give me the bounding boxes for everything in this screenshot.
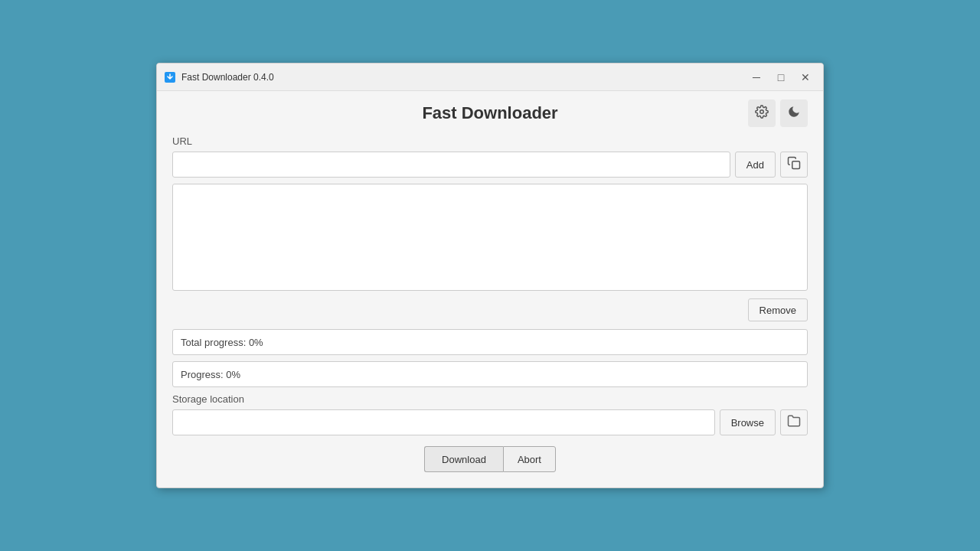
clipboard-button[interactable]: [780, 152, 808, 178]
url-label: URL: [172, 135, 808, 147]
storage-label: Storage location: [172, 393, 808, 405]
svg-rect-2: [792, 161, 800, 169]
url-list[interactable]: [172, 184, 808, 291]
app-window: Fast Downloader 0.4.0 ─ □ ✕ Fast Downloa…: [156, 63, 824, 488]
svg-point-1: [760, 110, 764, 114]
titlebar: Fast Downloader 0.4.0 ─ □ ✕: [157, 64, 823, 91]
window-controls: ─ □ ✕: [745, 67, 817, 87]
app-icon: [163, 70, 177, 84]
titlebar-title: Fast Downloader 0.4.0: [181, 72, 745, 83]
url-section: URL Add: [172, 135, 808, 298]
app-title: Fast Downloader: [422, 103, 557, 123]
folder-button[interactable]: [780, 409, 808, 435]
url-input[interactable]: [172, 152, 730, 178]
header-icon-group: [748, 99, 808, 127]
storage-section: Storage location Browse: [172, 393, 808, 435]
url-input-row: Add: [172, 152, 808, 178]
download-button[interactable]: Download: [424, 446, 503, 472]
content-area: Fast Downloader: [157, 91, 823, 487]
theme-button[interactable]: [780, 99, 808, 127]
app-header: Fast Downloader: [172, 103, 808, 123]
remove-row: Remove: [172, 298, 808, 321]
browse-button[interactable]: Browse: [720, 409, 776, 435]
total-progress-bar: Total progress: 0%: [172, 329, 808, 355]
close-button[interactable]: ✕: [794, 67, 817, 87]
remove-button[interactable]: Remove: [748, 298, 808, 321]
settings-icon: [755, 105, 769, 122]
action-row: Download Abort: [172, 446, 808, 472]
minimize-button[interactable]: ─: [745, 67, 768, 87]
total-progress-label: Total progress: 0%: [181, 337, 263, 348]
progress-label: Progress: 0%: [181, 369, 240, 380]
clipboard-icon: [787, 156, 801, 173]
maximize-button[interactable]: □: [769, 67, 792, 87]
add-button[interactable]: Add: [735, 152, 776, 178]
storage-input[interactable]: [172, 409, 715, 435]
storage-input-row: Browse: [172, 409, 808, 435]
settings-button[interactable]: [748, 99, 776, 127]
theme-icon: [787, 105, 801, 122]
abort-button[interactable]: Abort: [503, 446, 556, 472]
progress-bar: Progress: 0%: [172, 361, 808, 387]
folder-icon: [787, 414, 801, 431]
